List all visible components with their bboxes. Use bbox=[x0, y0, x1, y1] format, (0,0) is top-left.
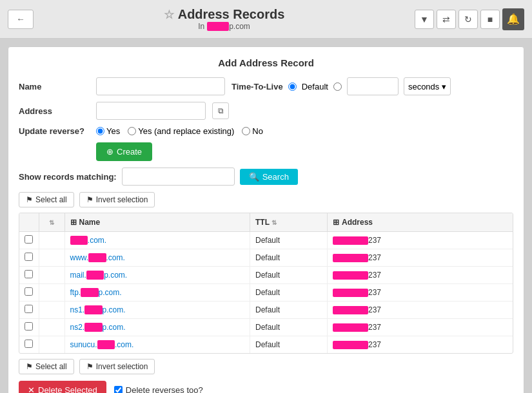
row-checkbox[interactable] bbox=[25, 253, 33, 261]
row-checkbox[interactable] bbox=[25, 287, 33, 296]
bottom-invert-selection-button[interactable]: ⚑ Invert selection bbox=[79, 359, 155, 374]
address-input[interactable] bbox=[96, 102, 206, 120]
table-row: mail. p.com.Default237 bbox=[19, 267, 513, 284]
table-row: ns1. p.com.Default237 bbox=[19, 302, 513, 319]
top-invert-icon: ⚑ bbox=[86, 195, 94, 204]
name-col-label: Name bbox=[79, 218, 101, 227]
row-name-cell: mail. p.com. bbox=[64, 267, 250, 284]
top-invert-selection-button[interactable]: ⚑ Invert selection bbox=[79, 192, 155, 207]
subtitle-domain: p.com bbox=[229, 22, 250, 31]
create-label: Create bbox=[117, 147, 142, 157]
row-sort-cell bbox=[39, 232, 64, 249]
ip-redacted bbox=[333, 271, 368, 280]
row-checkbox[interactable] bbox=[25, 270, 33, 278]
row-checkbox[interactable] bbox=[25, 305, 33, 313]
row-address-cell: 237 bbox=[328, 284, 513, 302]
transfer-icon: ⇄ bbox=[442, 14, 450, 24]
record-name-link[interactable]: www. .com. bbox=[70, 253, 125, 262]
ttl-seconds-dropdown[interactable]: seconds ▾ bbox=[404, 77, 451, 95]
bottom-select-all-label: Select all bbox=[35, 362, 67, 371]
radio-yes-option[interactable]: Yes bbox=[96, 126, 120, 136]
ip-redacted bbox=[333, 306, 368, 314]
notification-button[interactable]: 🔔 bbox=[502, 8, 524, 30]
update-reverse-label: Update reverse? bbox=[19, 126, 90, 136]
subtitle-domain-highlight bbox=[207, 22, 230, 31]
add-record-title: Add Address Record bbox=[19, 57, 513, 68]
addr-col-plus-icon: ⊞ bbox=[333, 218, 339, 227]
th-name[interactable]: ⊞ Name bbox=[64, 213, 250, 232]
ttl-custom-radio[interactable] bbox=[333, 82, 342, 91]
delete-selected-button[interactable]: ✕ Delete Selected bbox=[19, 381, 106, 393]
row-checkbox[interactable] bbox=[25, 340, 33, 348]
th-address[interactable]: ⊞ Address bbox=[328, 213, 513, 232]
th-sort[interactable]: ⇅ bbox=[39, 213, 64, 232]
record-name-link[interactable]: mail. p.com. bbox=[70, 271, 128, 280]
transfer-button[interactable]: ⇄ bbox=[437, 10, 456, 29]
bottom-select-all-button[interactable]: ⚑ Select all bbox=[19, 359, 74, 374]
row-checkbox[interactable] bbox=[25, 322, 33, 331]
stop-button[interactable]: ■ bbox=[480, 10, 500, 29]
row-ttl-cell: Default bbox=[250, 319, 328, 336]
page-title: Address Records bbox=[178, 7, 285, 22]
addr-col-label: Address bbox=[342, 218, 373, 227]
name-input[interactable] bbox=[96, 77, 225, 95]
ip-redacted bbox=[333, 289, 368, 297]
row-sort-cell bbox=[39, 249, 64, 267]
ttl-seconds-label: seconds bbox=[408, 82, 439, 91]
row-name-cell: .com. bbox=[64, 232, 250, 249]
copy-address-button[interactable]: ⧉ bbox=[212, 102, 229, 119]
search-icon: 🔍 bbox=[249, 172, 259, 182]
row-address-cell: 237 bbox=[328, 336, 513, 354]
back-button[interactable]: ← bbox=[8, 10, 34, 29]
search-button[interactable]: 🔍 Search bbox=[240, 169, 298, 185]
row-sort-cell bbox=[39, 319, 64, 336]
ttl-label: Time-To-Live bbox=[232, 82, 283, 91]
refresh-button[interactable]: ↻ bbox=[458, 10, 478, 29]
row-checkbox[interactable] bbox=[25, 235, 33, 244]
row-address-cell: 237 bbox=[328, 302, 513, 319]
radio-yes[interactable] bbox=[96, 127, 104, 135]
delete-reverse-checkbox[interactable] bbox=[114, 386, 123, 393]
table-row: sunucu. .com.Default237 bbox=[19, 336, 513, 354]
record-name-link[interactable]: ns1. p.com. bbox=[70, 305, 126, 314]
row-address-cell: 237 bbox=[328, 232, 513, 249]
address-label: Address bbox=[19, 106, 90, 116]
row-ttl-cell: Default bbox=[250, 267, 328, 284]
bottom-select-all-flag-icon: ⚑ bbox=[26, 362, 33, 371]
stop-icon: ■ bbox=[488, 14, 493, 24]
table-row: .com.Default237 bbox=[19, 232, 513, 249]
ip-redacted bbox=[333, 254, 368, 262]
create-plus-icon: ⊕ bbox=[106, 147, 113, 157]
delete-reverse-option[interactable]: Delete reverses too? bbox=[114, 385, 203, 393]
bell-icon: 🔔 bbox=[507, 13, 520, 25]
top-select-all-button[interactable]: ⚑ Select all bbox=[19, 192, 74, 207]
radio-yes-replace-option[interactable]: Yes (and replace existing) bbox=[128, 126, 234, 136]
star-icon[interactable]: ☆ bbox=[164, 8, 174, 22]
ip-redacted bbox=[333, 341, 368, 349]
row-address-cell: 237 bbox=[328, 319, 513, 336]
table-row: ns2. p.com.Default237 bbox=[19, 319, 513, 336]
radio-no[interactable] bbox=[242, 127, 250, 135]
record-name-link[interactable]: ns2. p.com. bbox=[70, 323, 126, 332]
record-name-link[interactable]: ftp. p.com. bbox=[70, 288, 122, 297]
row-ttl-cell: Default bbox=[250, 302, 328, 319]
create-button[interactable]: ⊕ Create bbox=[96, 142, 152, 161]
ttl-value-input[interactable] bbox=[347, 77, 399, 95]
search-input[interactable] bbox=[122, 168, 235, 186]
record-name-link[interactable]: .com. bbox=[70, 236, 107, 245]
radio-no-option[interactable]: No bbox=[242, 126, 263, 136]
ttl-default-radio[interactable] bbox=[288, 82, 297, 91]
top-select-all-flag-icon: ⚑ bbox=[26, 195, 33, 204]
ttl-sort-icon: ⇅ bbox=[271, 219, 277, 226]
radio-yes-replace[interactable] bbox=[128, 127, 136, 135]
table-row: www. .com.Default237 bbox=[19, 249, 513, 267]
row-sort-cell bbox=[39, 267, 64, 284]
ttl-col-label: TTL bbox=[255, 218, 270, 227]
filter-button[interactable]: ▼ bbox=[415, 10, 434, 29]
ttl-default-label: Default bbox=[302, 82, 328, 91]
row-ttl-cell: Default bbox=[250, 284, 328, 302]
name-label: Name bbox=[19, 82, 90, 91]
th-ttl[interactable]: TTL ⇅ bbox=[250, 213, 328, 232]
filter-icon: ▼ bbox=[420, 14, 429, 24]
record-name-link[interactable]: sunucu. .com. bbox=[70, 340, 134, 349]
